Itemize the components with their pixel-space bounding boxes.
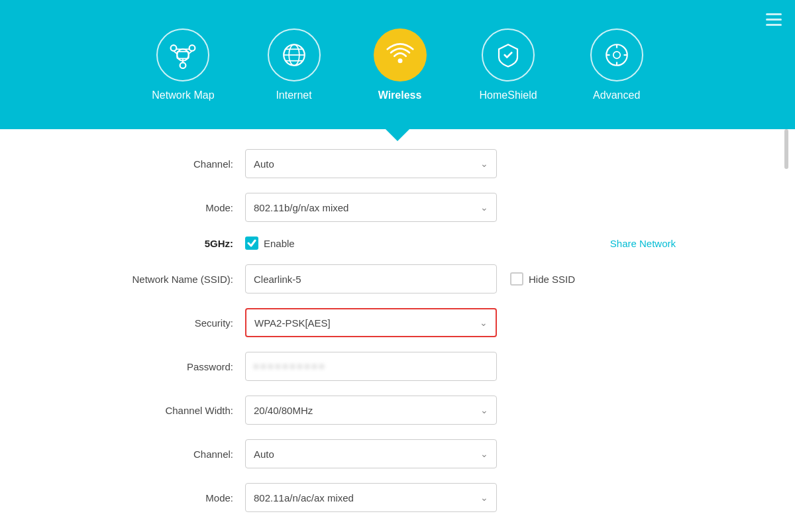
nav-arrow — [384, 128, 411, 141]
security-label: Security: — [99, 317, 245, 329]
channel-row: Channel: Auto ⌄ — [99, 149, 696, 178]
menu-bar-2 — [766, 19, 782, 21]
enable-checkbox-wrapper: Enable — [245, 237, 295, 250]
channel-value: Auto — [246, 158, 480, 170]
svg-point-3 — [180, 62, 186, 68]
channel-label: Channel: — [99, 158, 245, 170]
channel2-row: Channel: Auto ⌄ — [99, 439, 696, 468]
homeshield-icon-circle — [482, 28, 535, 81]
chevron-down-icon-width: ⌄ — [480, 405, 496, 415]
security-value: WPA2-PSK[AES] — [246, 317, 480, 329]
sidebar-item-advanced[interactable]: Advanced — [590, 28, 643, 101]
menu-icon[interactable] — [766, 13, 782, 26]
ssid-value: Clearlink-5 — [254, 274, 301, 285]
network-map-icon — [169, 41, 197, 69]
mode-select[interactable]: 802.11b/g/n/ax mixed ⌄ — [245, 193, 497, 222]
internet-icon-circle — [268, 28, 321, 81]
sidebar-item-wireless[interactable]: Wireless — [374, 28, 427, 101]
password-value: •••••••••• — [254, 359, 327, 374]
enable-checkbox[interactable] — [245, 237, 258, 250]
svg-point-1 — [171, 45, 177, 51]
hide-ssid-wrapper: Hide SSID — [510, 272, 575, 286]
security-select[interactable]: WPA2-PSK[AES] ⌄ — [245, 308, 497, 337]
mode2-row: Mode: 802.11a/n/ac/ax mixed ⌄ — [99, 483, 696, 512]
password-label: Password: — [99, 361, 245, 372]
password-input-wrapper[interactable]: •••••••••• — [245, 352, 497, 381]
hide-ssid-checkbox[interactable] — [510, 272, 523, 286]
internet-icon — [280, 41, 308, 69]
svg-point-2 — [189, 45, 195, 51]
advanced-icon — [603, 41, 631, 69]
mode2-value: 802.11a/n/ac/ax mixed — [246, 492, 480, 504]
share-network-button[interactable]: Share Network — [610, 238, 696, 249]
channel-width-label: Channel Width: — [99, 405, 245, 416]
ssid-input-wrapper[interactable]: Clearlink-5 — [245, 264, 497, 293]
sidebar-item-homeshield[interactable]: HomeShield — [480, 28, 537, 101]
chevron-down-icon: ⌄ — [480, 158, 496, 169]
nav-items: Network Map Internet — [152, 28, 643, 101]
channel2-select[interactable]: Auto ⌄ — [245, 439, 497, 468]
nav-bar: Network Map Internet — [0, 0, 795, 129]
channel-width-row: Channel Width: 20/40/80MHz ⌄ — [99, 396, 696, 425]
hide-ssid-label: Hide SSID — [529, 274, 575, 285]
advanced-label: Advanced — [593, 89, 640, 101]
svg-point-18 — [613, 51, 620, 58]
scrollbar[interactable] — [784, 129, 788, 169]
svg-point-16 — [398, 58, 402, 63]
form-section: Channel: Auto ⌄ Mode: 802.11b/g/n/ax mix… — [99, 149, 696, 512]
channel2-label: Channel: — [99, 449, 245, 460]
chevron-down-icon-channel2: ⌄ — [480, 449, 496, 459]
svg-rect-7 — [178, 51, 189, 58]
ssid-row: Network Name (SSID): Clearlink-5 Hide SS… — [99, 264, 696, 293]
network-map-label: Network Map — [152, 89, 214, 101]
chevron-down-icon-security: ⌄ — [480, 317, 496, 328]
channel-width-select[interactable]: 20/40/80MHz ⌄ — [245, 396, 497, 425]
homeshield-icon — [494, 41, 522, 69]
checkmark-icon — [247, 239, 256, 248]
enable-label: Enable — [264, 238, 295, 249]
ssid-label: Network Name (SSID): — [99, 274, 245, 285]
mode2-select[interactable]: 802.11a/n/ac/ax mixed ⌄ — [245, 483, 497, 512]
network-map-icon-circle — [156, 28, 209, 81]
channel-select[interactable]: Auto ⌄ — [245, 149, 497, 178]
internet-label: Internet — [276, 89, 311, 101]
password-row: Password: •••••••••• — [99, 352, 696, 381]
chevron-down-icon-mode: ⌄ — [480, 202, 496, 213]
fiveghz-label: 5GHz: — [99, 238, 245, 249]
security-row: Security: WPA2-PSK[AES] ⌄ — [99, 308, 696, 337]
advanced-icon-circle — [590, 28, 643, 81]
wireless-icon-circle — [374, 28, 427, 81]
homeshield-label: HomeShield — [480, 89, 537, 101]
main-content: Channel: Auto ⌄ Mode: 802.11b/g/n/ax mix… — [0, 129, 795, 532]
channel2-value: Auto — [246, 449, 480, 460]
mode2-label: Mode: — [99, 492, 245, 504]
fiveghz-row: 5GHz: Enable Share Network — [99, 237, 696, 250]
menu-bar-1 — [766, 13, 782, 15]
menu-bar-3 — [766, 24, 782, 26]
mode-label: Mode: — [99, 202, 245, 213]
wireless-label: Wireless — [378, 89, 422, 101]
chevron-down-icon-mode2: ⌄ — [480, 492, 496, 503]
mode-value: 802.11b/g/n/ax mixed — [246, 202, 480, 213]
sidebar-item-internet[interactable]: Internet — [268, 28, 321, 101]
wireless-icon — [386, 41, 414, 69]
mode-row: Mode: 802.11b/g/n/ax mixed ⌄ — [99, 193, 696, 222]
channel-width-value: 20/40/80MHz — [246, 405, 480, 416]
sidebar-item-network-map[interactable]: Network Map — [152, 28, 214, 101]
